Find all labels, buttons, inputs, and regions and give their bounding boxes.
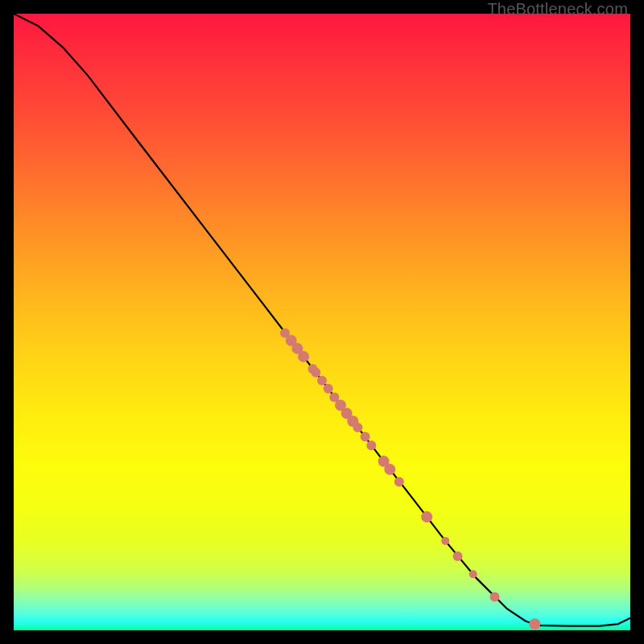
data-marker <box>311 368 320 378</box>
curve-line <box>14 14 630 626</box>
chart-svg <box>14 14 630 630</box>
data-marker <box>317 376 327 386</box>
data-marker <box>361 432 370 442</box>
data-marker <box>394 477 404 486</box>
data-marker <box>421 511 432 522</box>
data-marker <box>353 423 362 432</box>
data-marker <box>469 570 477 578</box>
marker-group <box>280 328 540 630</box>
chart-stage: TheBottleneck.com <box>0 0 644 644</box>
data-marker <box>529 618 540 630</box>
plot-area <box>14 14 630 630</box>
data-marker <box>298 351 309 362</box>
data-marker <box>366 440 376 450</box>
data-marker <box>441 537 449 545</box>
data-marker <box>384 464 395 475</box>
data-marker <box>324 384 333 394</box>
watermark-text: TheBottleneck.com <box>487 0 628 19</box>
data-marker <box>453 551 463 561</box>
data-marker <box>490 592 500 602</box>
